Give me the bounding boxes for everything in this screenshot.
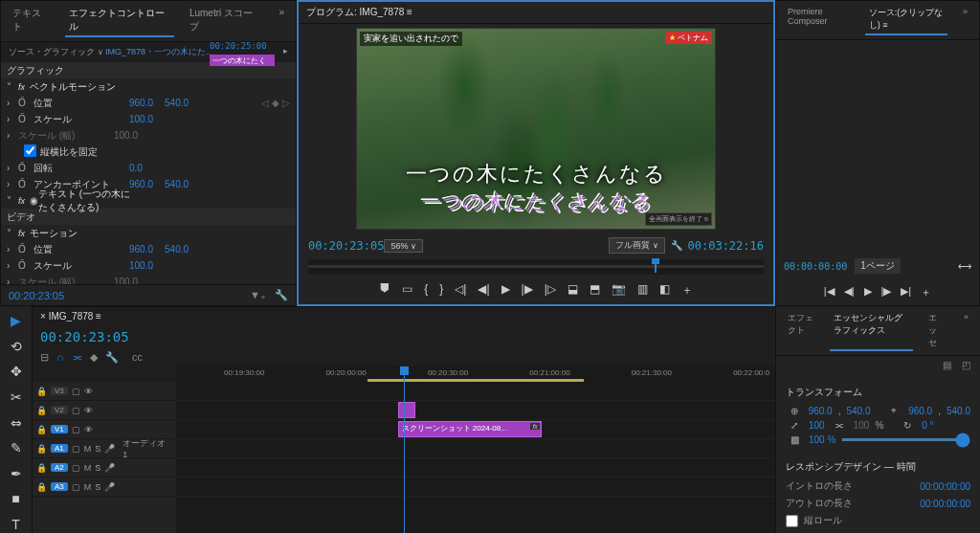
keyframe-nav[interactable]: ◁ ◆ ▷ [261,98,290,108]
property-value[interactable]: 100.0 [129,114,153,124]
stopwatch-icon[interactable]: Ő [18,260,30,271]
track-lane[interactable] [176,401,775,420]
src-goto-out-icon[interactable]: ▶| [901,285,911,300]
track-lane[interactable]: スクリーンショット 2024-08...fx [176,420,775,439]
track-mic-icon[interactable]: 🎤 [104,444,115,454]
compare-icon[interactable]: ▥ [637,282,648,299]
goto-out-icon[interactable]: |▷ [545,282,556,299]
tab-lumetri-scopes[interactable]: Lumetri スコープ [186,5,264,37]
play-icon[interactable]: ▶ [501,282,510,299]
filter-icon[interactable]: ▼₊ [250,289,266,300]
step-fwd-icon[interactable]: |▶ [522,282,533,299]
track-lock-icon[interactable]: 🔒 [36,387,47,396]
track-solo-icon[interactable]: S [95,444,100,454]
tool-0[interactable]: ▶ [7,312,26,330]
disclosure-icon[interactable]: ˅ [7,81,16,92]
disclosure-icon[interactable]: › [7,98,16,108]
src-step-fwd-icon[interactable]: |▶ [881,285,892,300]
track-mute-icon[interactable]: M [84,482,92,492]
track-target[interactable]: V1 [51,425,68,433]
tl-caption-icon[interactable]: cc [132,351,143,364]
program-scrubber[interactable] [308,259,764,275]
tab-effects[interactable]: エフェクト [784,310,818,351]
add-btn-icon[interactable]: ＋ [681,282,693,299]
egfx-anchor-x[interactable]: 960.0 [908,406,932,416]
track-lane[interactable] [176,439,775,458]
source-timecode[interactable]: 00:00:00:00 [784,261,847,272]
program-playhead[interactable] [655,261,657,273]
egfx-scale[interactable]: 100 [809,420,825,431]
tool-6[interactable]: ✒ [7,464,26,482]
disclosure-icon[interactable]: › [7,163,16,173]
tab-source[interactable]: ソース:(クリップなし) ≡ [865,5,947,35]
src-goto-in-icon[interactable]: |◀ [824,285,835,300]
disclosure-icon[interactable]: › [7,260,16,271]
track-target[interactable]: V2 [51,406,68,414]
egfx-pos-y[interactable]: 540.0 [846,406,870,416]
ec-clip-name[interactable]: IMG_7878・一つの木にた.. [105,47,211,56]
track-mute-icon[interactable]: M [84,444,92,454]
track-eye-icon[interactable]: 👁 [84,387,93,396]
step-back-icon[interactable]: ◀| [478,282,489,299]
lift-icon[interactable]: ⬓ [568,282,578,299]
property-value[interactable]: 540.0 [165,179,189,189]
disclosure-icon[interactable]: ˅ [7,195,16,206]
track-lane[interactable] [176,382,775,401]
track-mic-icon[interactable]: 🎤 [104,482,115,492]
new-layer-icon[interactable]: ▤ [943,360,951,370]
marker-icon[interactable]: ⛊ [379,282,390,299]
src-add-icon[interactable]: ＋ [921,285,931,300]
egfx-intro-val[interactable]: 00:00:00:00 [920,481,970,492]
track-lock-icon[interactable]: 🔒 [36,425,47,434]
extract-icon[interactable]: ⬒ [590,282,600,299]
tabs-overflow-icon[interactable]: » [275,5,288,37]
disclosure-icon[interactable]: › [7,244,16,255]
tool-1[interactable]: ⟲ [7,338,26,356]
property-value[interactable]: 0.0 [129,163,143,173]
goto-in-icon[interactable]: ◁| [455,282,466,299]
source-zoom-icon[interactable]: ⟷ [958,261,971,272]
track-lock-icon[interactable]: 🔒 [36,482,47,492]
clip-fx-badge[interactable]: fx [530,423,539,430]
fx-badge[interactable]: fx [18,196,30,206]
stopwatch-icon[interactable]: Ő [18,179,30,189]
track-mic-icon[interactable]: 🎤 [104,463,115,473]
tool-5[interactable]: ✎ [7,439,26,457]
src-step-back-icon[interactable]: ◀| [844,285,855,300]
tool-4[interactable]: ⇔ [7,413,26,432]
egfx-anchor-y[interactable]: 540.0 [947,406,970,416]
stopwatch-icon[interactable]: Ő [18,98,30,108]
program-tc-current[interactable]: 00:20:23:05 [308,239,384,253]
stopwatch-icon[interactable]: Ő [18,114,30,124]
track-target[interactable]: A2 [51,463,68,472]
stopwatch-icon[interactable]: Ő [18,244,30,255]
export-frame-icon[interactable]: 📷 [612,282,626,299]
egfx-pos-x[interactable]: 960.0 [809,406,833,416]
program-video[interactable]: 実家を追い出されたので ベトナム 一つの木にたくさんなる 一つの木にたくさんなる… [356,28,716,230]
group-icon[interactable]: ◰ [962,360,970,370]
track-lock-icon[interactable]: 🔒 [36,463,47,473]
mark-out-icon[interactable]: } [439,282,443,299]
property-value[interactable]: 100.0 [114,277,138,284]
tab-premiere-composer[interactable]: Premiere Composer [784,5,854,35]
tl-marker-icon[interactable]: ◆ [90,351,98,364]
disclosure-icon[interactable]: › [7,130,16,141]
timeline-clip-small[interactable] [398,402,416,418]
btn-editor-icon[interactable]: ◧ [659,282,670,299]
disclosure-icon[interactable]: › [7,179,16,189]
track-output-icon[interactable]: ▢ [72,425,80,434]
timeline-playhead[interactable] [404,366,405,533]
tab-text[interactable]: テキスト [9,5,54,37]
track-target[interactable]: V3 [51,387,68,395]
visibility-icon[interactable]: ◉ [30,195,38,206]
track-output-icon[interactable]: ▢ [72,406,80,415]
tool-7[interactable]: ■ [7,490,26,508]
track-output-icon[interactable]: ▢ [72,444,80,454]
source-page[interactable]: 1ページ [855,258,901,274]
egfx-opacity-slider[interactable] [841,438,970,441]
disclosure-icon[interactable]: › [7,114,16,124]
tool-2[interactable]: ✥ [7,363,26,381]
track-lock-icon[interactable]: 🔒 [36,406,47,415]
tl-settings-icon[interactable]: 🔧 [105,351,119,364]
mark-in-icon[interactable]: { [424,282,428,299]
